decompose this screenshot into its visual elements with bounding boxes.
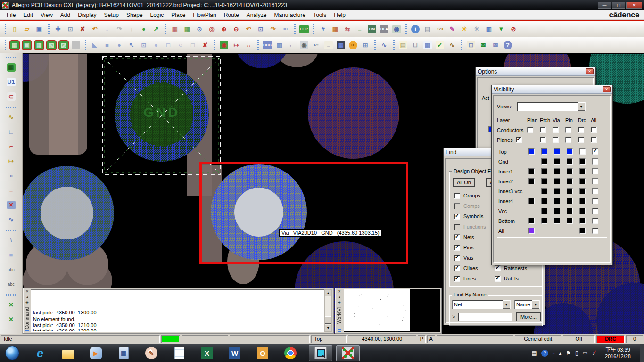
find-filter[interactable]: Groups [454,190,486,201]
dehighlight-icon[interactable] [471,23,483,35]
move-icon[interactable] [52,23,64,35]
color-edit-icon[interactable] [446,23,458,35]
command-console[interactable]: Command last pick: 4350.00 1300.00No ele… [23,288,334,334]
toolbar-grip[interactable] [3,40,7,51]
shape-delete-icon[interactable] [199,39,211,51]
route-elbow-icon[interactable] [5,126,17,138]
pin-route-icon[interactable] [5,155,17,167]
chevron-down-icon[interactable] [578,102,585,111]
menu-manufacture[interactable]: Manufacture [270,11,309,19]
copy-report-icon[interactable] [465,39,477,51]
menu-place[interactable]: Place [167,11,189,19]
edit-text-icon[interactable] [5,278,17,290]
scroll-thumb[interactable] [325,316,331,324]
chevron-down-icon[interactable] [503,300,510,309]
stub-span-icon[interactable] [242,39,255,51]
select-arrow-icon[interactable] [125,39,138,51]
delay-tune-icon[interactable] [5,199,17,211]
find-filter[interactable]: Rat Ts [495,273,527,284]
toolbar-grip[interactable] [6,56,17,58]
console-output[interactable]: last pick: 4350.00 1300.00No element fou… [31,289,324,332]
ime-icon[interactable] [532,350,537,356]
zoom-out-icon[interactable] [230,23,242,35]
chrome-icon[interactable] [281,345,300,361]
word-icon[interactable] [225,345,244,361]
toolbar-grip[interactable] [404,24,408,35]
pin-icon[interactable] [25,301,30,305]
route-stairs-icon[interactable] [5,140,17,153]
down-disabled-icon[interactable] [125,23,138,35]
column-header[interactable]: Plan [527,117,540,123]
snap-point-icon[interactable] [5,299,17,311]
paint-icon[interactable] [142,345,161,361]
color-dialog-icon[interactable] [329,23,341,35]
add-line-icon[interactable] [5,234,17,247]
network-icon[interactable] [583,350,588,356]
graph-icon[interactable] [483,23,495,35]
undock-icon[interactable] [337,295,342,300]
menu-logic[interactable]: Logic [147,11,168,19]
menu-help[interactable]: Help [330,11,349,19]
more-button[interactable]: More... [516,312,541,321]
find-filter[interactable]: Symbols [454,211,486,222]
zoom-in-icon[interactable] [218,23,230,35]
menu-flowplan[interactable]: FlowPlan [189,11,220,19]
toolbar-grip[interactable] [3,24,7,35]
find-name-input[interactable] [458,313,512,321]
place-component-icon[interactable] [5,61,17,74]
component-info-icon[interactable] [421,23,434,35]
console-scrollbar[interactable]: ▲ ▼ [324,289,332,332]
zoom-previous-icon[interactable] [242,23,255,35]
stub-right-icon[interactable] [230,39,242,51]
zoom-fit-icon[interactable] [255,23,267,35]
scroll-up-icon[interactable]: ▲ [325,290,331,296]
fanout-icon[interactable] [5,170,17,182]
pin-icon[interactable] [150,23,162,35]
maximize-button[interactable] [612,2,625,9]
dock-grip[interactable] [338,329,341,332]
column-header[interactable]: All [591,117,603,123]
options-titlebar[interactable]: Options [476,67,595,76]
allegro-tool-task[interactable] [336,345,360,361]
calculator-icon[interactable] [114,345,133,361]
help-icon[interactable] [502,39,514,51]
tray-expand-icon[interactable] [559,350,561,356]
toolbar-grip[interactable] [47,24,50,35]
toolbar-grip[interactable] [164,24,167,35]
column-header[interactable]: Layer [497,117,527,123]
rect-outline-icon[interactable] [162,39,174,51]
grid-toggle-icon[interactable] [317,23,329,35]
find-filter[interactable]: Functions [454,222,486,232]
sign-off-icon[interactable] [446,39,458,51]
drc-status[interactable]: DRC [596,335,625,343]
highlight-icon[interactable] [458,23,471,35]
find-filter[interactable]: Pins [454,242,486,253]
testprep-icon[interactable] [347,39,359,51]
ie-icon[interactable] [31,345,50,361]
new-file-icon[interactable] [8,23,21,35]
help-tray-icon[interactable] [541,350,548,357]
chevron-down-icon[interactable] [532,300,539,309]
find-filter[interactable]: Nets [454,232,486,242]
artwork-tools-icon[interactable] [286,39,298,51]
no-pick-icon[interactable] [507,23,520,35]
bus-route-icon[interactable] [5,184,17,197]
place-symbol-icon[interactable] [5,76,17,88]
shape-wedge-icon[interactable] [89,39,101,51]
visibility-dialog[interactable]: Visibility Views: LayerPlanEtchViaPinDrc… [491,85,613,265]
allegro-pcb-task[interactable] [309,345,332,361]
toolbar-grip[interactable] [83,40,87,51]
find-type-dropdown[interactable]: Net [452,300,511,309]
shape-rect-icon[interactable] [101,39,113,51]
world-checker-icon[interactable] [390,23,403,35]
visibility-titlebar[interactable]: Visibility [492,85,612,94]
shape-circle-icon[interactable] [113,39,125,51]
shape-mode-1-icon[interactable] [8,39,21,51]
zoom-grid-icon[interactable] [181,23,193,35]
excel-icon[interactable] [198,345,216,361]
array-icon[interactable] [359,39,372,51]
toolbar-grip[interactable] [460,40,463,51]
menu-display[interactable]: Display [74,11,100,19]
taskbar-clock[interactable]: 下午 03:39 2016/12/28 [605,346,631,360]
menu-file[interactable]: File [3,11,19,19]
